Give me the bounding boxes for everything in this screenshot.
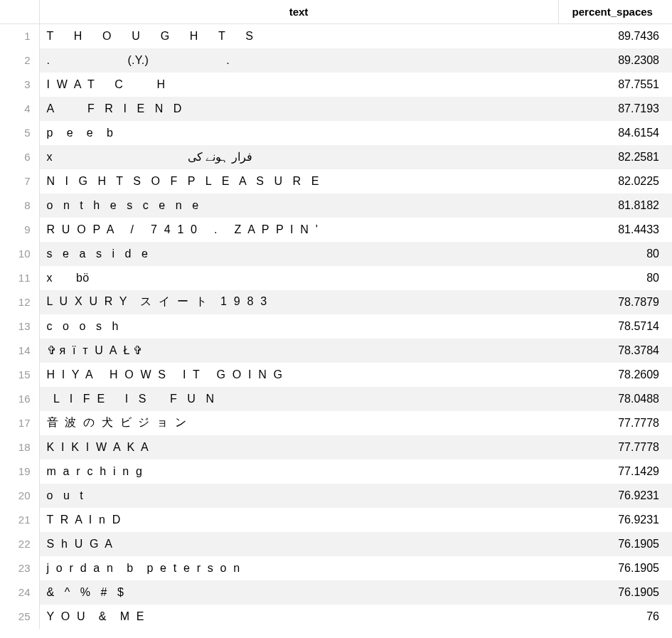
row-index: 17 <box>0 411 39 435</box>
cell-text[interactable]: & ^ % # $ <box>39 580 558 605</box>
cell-text[interactable]: T H O U G H T S <box>39 24 558 48</box>
row-index: 5 <box>0 121 39 145</box>
cell-percent-spaces[interactable]: 87.7193 <box>558 97 672 121</box>
cell-text[interactable]: I W A T C H <box>39 73 558 97</box>
cell-percent-spaces[interactable]: 82.2581 <box>558 145 672 169</box>
table-row[interactable]: 25Y O U & M E76 <box>0 605 672 629</box>
cell-text[interactable]: L U X U R Y ス イ ー ト 1 9 8 3 <box>39 290 558 314</box>
cell-text[interactable]: j o r d a n b p e t e r s o n <box>39 556 558 580</box>
cell-text[interactable]: m a r c h i n g <box>39 459 558 484</box>
table-row[interactable]: 2. (.Y.) .89.2308 <box>0 48 672 73</box>
cell-percent-spaces[interactable]: 89.2308 <box>558 48 672 73</box>
table-row[interactable]: 10s e a s i d e80 <box>0 242 672 266</box>
table-row[interactable]: 21T R A I n D76.9231 <box>0 508 672 532</box>
cell-text[interactable]: R U O P A / 7 4 1 0 . Z A P P I N ' <box>39 218 558 242</box>
cell-percent-spaces[interactable]: 78.3784 <box>558 339 672 363</box>
table-row[interactable]: 24& ^ % # $76.1905 <box>0 580 672 605</box>
table-row[interactable]: 20o u t76.9231 <box>0 484 672 508</box>
cell-text[interactable]: o u t <box>39 484 558 508</box>
cell-percent-spaces[interactable]: 77.7778 <box>558 435 672 459</box>
cell-percent-spaces[interactable]: 81.8182 <box>558 193 672 218</box>
cell-percent-spaces[interactable]: 78.5714 <box>558 314 672 339</box>
table-row[interactable]: 16 L I F E I S F U N78.0488 <box>0 387 672 411</box>
table-row[interactable]: 4A F R I E N D87.7193 <box>0 97 672 121</box>
table-row[interactable]: 1T H O U G H T S89.7436 <box>0 24 672 48</box>
cell-percent-spaces[interactable]: 76.1905 <box>558 580 672 605</box>
cell-percent-spaces[interactable]: 76.1905 <box>558 532 672 556</box>
row-index: 18 <box>0 435 39 459</box>
row-index: 2 <box>0 48 39 73</box>
cell-percent-spaces[interactable]: 89.7436 <box>558 24 672 48</box>
table-row[interactable]: 22S h U G A76.1905 <box>0 532 672 556</box>
row-index: 9 <box>0 218 39 242</box>
row-index: 20 <box>0 484 39 508</box>
cell-text[interactable]: p e e b <box>39 121 558 145</box>
row-index: 4 <box>0 97 39 121</box>
table-row[interactable]: 3I W A T C H87.7551 <box>0 73 672 97</box>
cell-text[interactable]: c o o s h <box>39 314 558 339</box>
column-header-percent-spaces[interactable]: percent_spaces <box>558 0 672 24</box>
table-row[interactable]: 23j o r d a n b p e t e r s o n76.1905 <box>0 556 672 580</box>
row-index: 1 <box>0 24 39 48</box>
cell-percent-spaces[interactable]: 77.7778 <box>558 411 672 435</box>
table-row[interactable]: 5p e e b84.6154 <box>0 121 672 145</box>
table-row[interactable]: 9R U O P A / 7 4 1 0 . Z A P P I N '81.4… <box>0 218 672 242</box>
column-header-text[interactable]: text <box>39 0 558 24</box>
cell-text[interactable]: . (.Y.) . <box>39 48 558 73</box>
cell-percent-spaces[interactable]: 76.1905 <box>558 556 672 580</box>
table-row[interactable]: 11x bö80 <box>0 266 672 290</box>
cell-percent-spaces[interactable]: 84.6154 <box>558 121 672 145</box>
table-row[interactable]: 15H I Y A H O W S I T G O I N G78.2609 <box>0 363 672 387</box>
data-table: text percent_spaces 1T H O U G H T S89.7… <box>0 0 672 629</box>
cell-text[interactable]: L I F E I S F U N <box>39 387 558 411</box>
row-index: 12 <box>0 290 39 314</box>
table-row[interactable]: 6x فرار ہونے کی82.2581 <box>0 145 672 169</box>
cell-text[interactable]: N I G H T S O F P L E A S U R E <box>39 169 558 193</box>
cell-percent-spaces[interactable]: 77.1429 <box>558 459 672 484</box>
row-index: 10 <box>0 242 39 266</box>
cell-percent-spaces[interactable]: 80 <box>558 266 672 290</box>
cell-percent-spaces[interactable]: 82.0225 <box>558 169 672 193</box>
row-index: 21 <box>0 508 39 532</box>
table-row[interactable]: 7N I G H T S O F P L E A S U R E82.0225 <box>0 169 672 193</box>
cell-text[interactable]: ✞ я ї т U A Ł ✞ <box>39 339 558 363</box>
row-index: 23 <box>0 556 39 580</box>
cell-percent-spaces[interactable]: 87.7551 <box>558 73 672 97</box>
cell-text[interactable]: H I Y A H O W S I T G O I N G <box>39 363 558 387</box>
row-index: 22 <box>0 532 39 556</box>
table-row[interactable]: 17音 波 の 犬 ビ ジ ョ ン77.7778 <box>0 411 672 435</box>
cell-percent-spaces[interactable]: 76.9231 <box>558 508 672 532</box>
cell-text[interactable]: S h U G A <box>39 532 558 556</box>
cell-percent-spaces[interactable]: 80 <box>558 242 672 266</box>
table-header-row: text percent_spaces <box>0 0 672 24</box>
cell-percent-spaces[interactable]: 76.9231 <box>558 484 672 508</box>
table: text percent_spaces 1T H O U G H T S89.7… <box>0 0 672 629</box>
row-index: 6 <box>0 145 39 169</box>
table-row[interactable]: 12L U X U R Y ス イ ー ト 1 9 8 378.7879 <box>0 290 672 314</box>
cell-text[interactable]: A F R I E N D <box>39 97 558 121</box>
row-index: 11 <box>0 266 39 290</box>
row-index: 25 <box>0 605 39 629</box>
cell-text[interactable]: 音 波 の 犬 ビ ジ ョ ン <box>39 411 558 435</box>
cell-text[interactable]: K I K I W A K A <box>39 435 558 459</box>
table-row[interactable]: 8o n t h e s c e n e81.8182 <box>0 193 672 218</box>
cell-percent-spaces[interactable]: 78.2609 <box>558 363 672 387</box>
row-index: 14 <box>0 339 39 363</box>
cell-text[interactable]: o n t h e s c e n e <box>39 193 558 218</box>
cell-text[interactable]: x bö <box>39 266 558 290</box>
cell-text[interactable]: x فرار ہونے کی <box>39 145 558 169</box>
row-index: 15 <box>0 363 39 387</box>
cell-percent-spaces[interactable]: 76 <box>558 605 672 629</box>
table-row[interactable]: 19m a r c h i n g77.1429 <box>0 459 672 484</box>
row-index: 24 <box>0 580 39 605</box>
cell-percent-spaces[interactable]: 78.7879 <box>558 290 672 314</box>
cell-text[interactable]: Y O U & M E <box>39 605 558 629</box>
row-index: 19 <box>0 459 39 484</box>
table-row[interactable]: 14✞ я ї т U A Ł ✞78.3784 <box>0 339 672 363</box>
cell-text[interactable]: T R A I n D <box>39 508 558 532</box>
cell-text[interactable]: s e a s i d e <box>39 242 558 266</box>
cell-percent-spaces[interactable]: 81.4433 <box>558 218 672 242</box>
cell-percent-spaces[interactable]: 78.0488 <box>558 387 672 411</box>
table-row[interactable]: 13c o o s h78.5714 <box>0 314 672 339</box>
table-row[interactable]: 18K I K I W A K A77.7778 <box>0 435 672 459</box>
